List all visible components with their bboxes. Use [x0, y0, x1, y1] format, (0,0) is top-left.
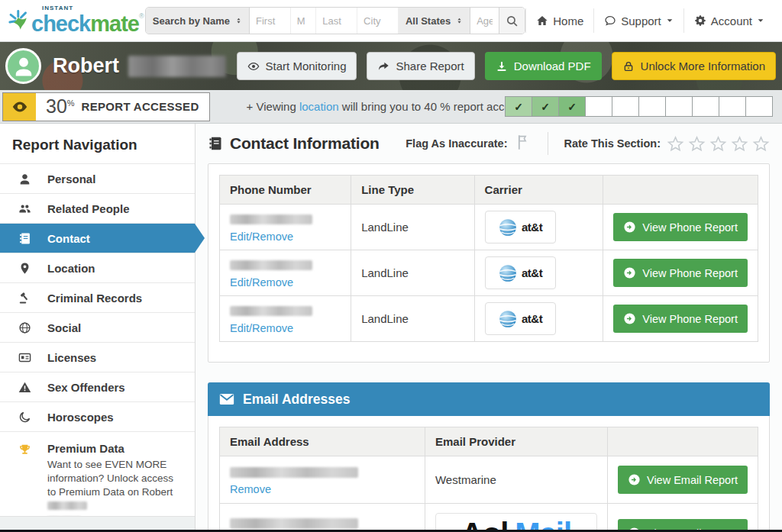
email-addresses-card: Email Address Email Provider Remove West… — [208, 416, 770, 531]
view-phone-report-button[interactable]: View Phone Report — [613, 259, 748, 287]
search-button[interactable] — [499, 8, 525, 34]
download-pdf-button[interactable]: Download PDF — [485, 52, 602, 80]
last-name-input[interactable] — [316, 8, 357, 34]
envelope-icon — [219, 393, 234, 405]
chevron-down-icon — [757, 17, 764, 24]
table-row: AolMail View Email Report — [220, 504, 758, 532]
search-type-select[interactable]: Search by Name — [146, 8, 250, 34]
att-globe-icon — [498, 309, 518, 329]
sidebar-item-horoscopes[interactable]: Horoscopes — [0, 401, 195, 431]
star-icon[interactable] — [752, 135, 770, 153]
location-link[interactable]: location — [299, 100, 339, 113]
line-type-cell: LandLine — [351, 205, 474, 250]
sidebar-item-label: Social — [47, 321, 81, 334]
email-table: Email Address Email Provider Remove West… — [219, 427, 758, 531]
column-header: Carrier — [474, 176, 603, 205]
star-icon[interactable] — [688, 135, 706, 153]
star-icon[interactable] — [709, 135, 727, 153]
sidebar-item-label: Licenses — [47, 351, 96, 364]
progress-step — [745, 96, 773, 117]
state-select[interactable]: All States — [399, 8, 470, 34]
nav-support[interactable]: Support — [593, 8, 683, 33]
edit-remove-link[interactable]: Edit/Remove — [230, 231, 293, 243]
progress-message: + Viewing location will bring you to 40 … — [247, 100, 522, 113]
first-name-input[interactable] — [250, 8, 291, 34]
column-header: Email Address — [220, 427, 425, 456]
sidebar-item-label: Contact — [47, 232, 90, 245]
column-header: Phone Number — [220, 176, 351, 205]
age-input[interactable] — [470, 8, 499, 34]
checkmate-logo[interactable]: INSTANTcheckmate® — [8, 7, 145, 35]
progress-steps: ✓ ✓ ✓ — [506, 96, 773, 117]
sidebar-item-contact[interactable]: Contact — [0, 223, 195, 253]
contact-section: Contact Information Flag As Inaccurate: … — [196, 124, 782, 531]
access-percent: 30% — [46, 97, 75, 116]
share-report-button[interactable]: Share Report — [367, 52, 474, 80]
att-logo-text: at&t — [522, 266, 542, 279]
redacted-phone-number — [230, 260, 312, 270]
moon-icon — [16, 411, 33, 424]
eye-icon — [11, 98, 28, 115]
report-page: INSTANTcheckmate® Search by Name All Sta… — [0, 0, 782, 532]
sidebar-item-criminal-records[interactable]: Criminal Records — [0, 282, 195, 312]
remove-link[interactable]: Remove — [230, 483, 271, 495]
updown-caret-icon — [456, 15, 463, 26]
sidebar-item-label: Personal — [47, 172, 95, 185]
sidebar-item-label: Location — [47, 262, 95, 275]
nav-home-label: Home — [553, 15, 583, 27]
report-header-banner: Robert Start Monitoring Share Report Dow… — [0, 42, 782, 90]
table-row: Edit/Remove LandLine at&t View Phone Rep… — [220, 250, 758, 296]
sidebar-footer — [0, 516, 195, 531]
logo-check-text: check — [31, 11, 90, 36]
logo-star-figure-icon — [8, 9, 31, 35]
report-action-buttons: Start Monitoring Share Report Download P… — [237, 52, 776, 80]
unlock-more-information-button[interactable]: Unlock More Information — [612, 52, 776, 80]
subject-last-name-redacted — [128, 56, 226, 77]
star-icon[interactable] — [667, 135, 684, 153]
arrow-right-circle-icon — [623, 221, 636, 234]
sidebar-item-related-people[interactable]: Related People — [0, 193, 195, 223]
column-header: Line Type — [351, 176, 474, 205]
sidebar-item-social[interactable]: Social — [0, 312, 195, 342]
email-provider-cell: Westmarine — [425, 456, 607, 504]
sidebar-item-licenses[interactable]: Licenses — [0, 342, 195, 372]
rating-stars — [667, 135, 770, 153]
view-phone-report-button[interactable]: View Phone Report — [613, 305, 748, 333]
report-access-progress: 30% REPORT ACCESSED + Viewing location w… — [0, 90, 782, 124]
redacted-name — [47, 501, 87, 510]
sidebar-item-sex-offenders[interactable]: Sex Offenders — [0, 372, 195, 401]
view-email-report-button[interactable]: View Email Report — [618, 466, 748, 494]
progress-step — [585, 96, 612, 117]
nav-home[interactable]: Home — [525, 8, 593, 33]
line-type-cell: LandLine — [351, 296, 474, 342]
star-icon[interactable] — [731, 135, 748, 153]
phone-numbers-card: Phone Number Line Type Carrier Edit/Remo… — [208, 163, 770, 363]
view-phone-report-button[interactable]: View Phone Report — [613, 213, 748, 241]
city-input[interactable] — [357, 8, 399, 34]
middle-initial-input[interactable] — [291, 8, 316, 34]
edit-remove-link[interactable]: Edit/Remove — [230, 322, 293, 334]
state-select-label: All States — [406, 15, 451, 27]
line-type-cell: LandLine — [351, 250, 474, 296]
access-label: REPORT ACCESSED — [82, 100, 199, 113]
people-icon — [16, 202, 33, 215]
edit-remove-link[interactable]: Edit/Remove — [230, 276, 293, 289]
sidebar-item-label: Related People — [47, 202, 130, 215]
arrow-right-circle-icon — [623, 312, 636, 325]
sidebar-item-label: Horoscopes — [47, 411, 114, 424]
report-navigation-sidebar: Report Navigation Personal Related Peopl… — [0, 124, 196, 531]
sidebar-item-location[interactable]: Location — [0, 253, 195, 282]
start-monitoring-button[interactable]: Start Monitoring — [237, 52, 357, 80]
share-icon — [377, 60, 389, 73]
progress-step-done: ✓ — [505, 96, 532, 117]
map-pin-icon — [16, 262, 33, 275]
nav-account[interactable]: Account — [683, 8, 774, 33]
redacted-email-address — [230, 467, 358, 478]
address-book-icon — [16, 232, 33, 245]
download-icon — [496, 60, 508, 73]
table-row: Edit/Remove LandLine at&t View Phone Rep… — [220, 296, 758, 342]
flag-icon[interactable] — [515, 134, 532, 154]
arrow-right-circle-icon — [628, 473, 641, 486]
sidebar-item-personal[interactable]: Personal — [0, 163, 195, 193]
section-header: Contact Information Flag As Inaccurate: … — [208, 124, 770, 163]
